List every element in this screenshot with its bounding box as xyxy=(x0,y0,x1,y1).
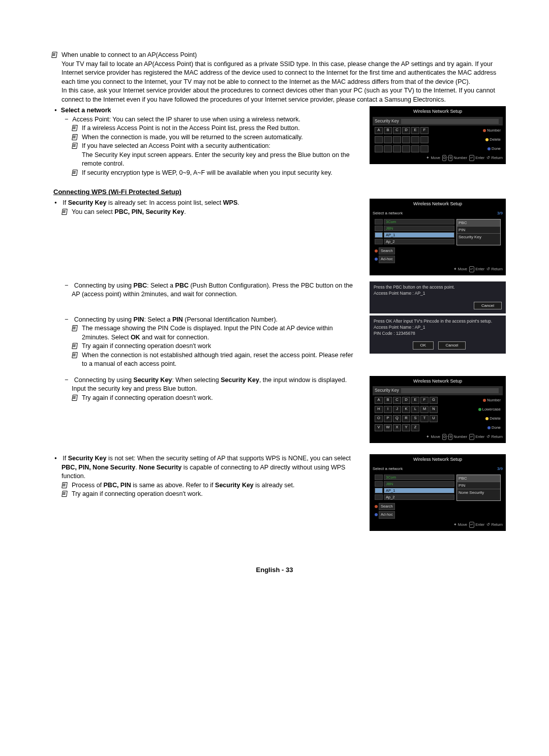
panel-security-key-full: Wireless Network Setup Security Key ABCD… xyxy=(370,376,506,443)
sec-item: Connecting by using Security Key: When s… xyxy=(72,376,359,394)
note-icon xyxy=(62,491,69,497)
note-icon xyxy=(72,125,79,131)
note-icon xyxy=(62,209,69,215)
note-icon xyxy=(72,343,79,349)
pin-n2: Try again if connecting operation doesn'… xyxy=(82,342,359,351)
panel-select-network-wps: Wireless Network Setup Select a network … xyxy=(370,199,506,275)
sn-note3: If you have selected an Access Point wit… xyxy=(82,142,359,169)
note-icon xyxy=(72,325,79,331)
select-network-head: Select a network xyxy=(62,106,359,115)
not-set-n1: Process of PBC, PIN is same as above. Re… xyxy=(72,481,359,490)
intro-note-prefix: When unable to connect to an AP(Access P… xyxy=(62,51,197,58)
note-icon xyxy=(72,352,79,358)
pin-n3: When the connection is not established a… xyxy=(82,351,359,369)
sn-note2: When the connection is made, you will be… xyxy=(82,133,359,142)
note-icon xyxy=(72,134,79,140)
select-network-ap: Access Point: You can select the IP shar… xyxy=(72,115,359,124)
not-set-item: If Security Key is not set: When the sec… xyxy=(62,454,359,481)
pin-n1: The message showing the PIN Code is disp… xyxy=(82,324,359,342)
note-icon xyxy=(72,170,79,176)
sec-n1: Try again if connecting operation doesn'… xyxy=(82,394,359,403)
pin-item: Connecting by using PIN: Select a PIN (P… xyxy=(72,316,359,325)
panel-select-network-none: Wireless Network Setup Select a network … xyxy=(370,454,506,531)
pbc-item: Connecting by using PBC: Select a PBC (P… xyxy=(72,281,359,299)
cancel-button[interactable]: Cancel xyxy=(438,341,466,349)
intro-note: When unable to connect to an AP(Access P… xyxy=(43,51,506,104)
panel-pin-message: Press OK After input TV's Pincode in the… xyxy=(370,316,506,354)
intro-note-body2: In this case, ask your Internet service … xyxy=(62,86,506,104)
none-dropdown: PBC PIN None Security xyxy=(456,475,501,501)
sn-note4: If security encryption type is WEP, 0~9,… xyxy=(82,169,359,178)
note-icon xyxy=(72,143,79,149)
ok-button[interactable]: OK xyxy=(413,341,434,349)
page-footer: English - 33 xyxy=(43,565,506,575)
cancel-button[interactable]: Cancel xyxy=(474,302,502,309)
not-set-n2: Try again if connecting operation doesn'… xyxy=(72,490,359,499)
intro-note-body: Your TV may fail to locate an AP(Access … xyxy=(62,60,506,87)
note-icon xyxy=(72,395,79,401)
wps-dropdown: PBC PIN Security Key xyxy=(456,219,501,245)
note-icon xyxy=(51,52,58,58)
if-sec-set: If Security Key is already set: In acces… xyxy=(62,199,359,208)
note-icon xyxy=(62,482,69,488)
panel-wireless-setup-key: Wireless Network Setup Security Key A B … xyxy=(370,106,506,164)
wps-heading: Connecting WPS (Wi-Fi Protected Setup) xyxy=(43,187,506,197)
can-select: You can select PBC, PIN, Security Key. xyxy=(72,208,359,217)
sn-note1: If a wireless Access Point is not in the… xyxy=(82,124,359,133)
panel-pbc-message: Press the PBC button on the access point… xyxy=(370,281,506,313)
